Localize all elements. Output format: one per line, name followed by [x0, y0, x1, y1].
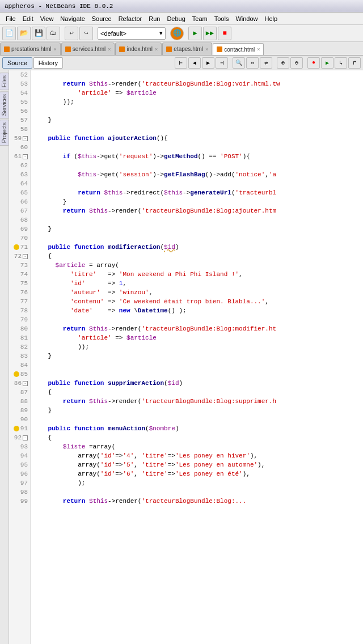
redo-button[interactable]: ↪ [79, 27, 93, 40]
stop-icon-btn[interactable]: ● [307, 57, 320, 69]
toggle-btn2[interactable]: ⇄ [260, 57, 272, 69]
fold-icon[interactable]: - [23, 254, 28, 259]
open-button[interactable]: 📂 [17, 27, 31, 40]
config-dropdown[interactable]: <default> ▾ [98, 27, 166, 40]
code-line: array('id'=>'5', 'titre'=>'Les poney en … [33, 460, 363, 469]
title-text: appheros - NetBeans IDE 8.0.2 [5, 3, 113, 10]
zoom-in-btn[interactable]: 🔍 [233, 57, 245, 69]
code-line [33, 415, 363, 424]
code-line: if ($this->get('request')->getMethod() =… [33, 152, 363, 161]
projects-panel-tab[interactable]: Projects [0, 120, 9, 146]
menu-item-window[interactable]: Window [232, 14, 261, 23]
code-content[interactable]: return $this->render('tracteurBlogBundle… [31, 70, 363, 644]
tab-close[interactable]: × [205, 46, 208, 52]
code-line [33, 215, 363, 224]
menu-item-team[interactable]: Team [189, 14, 211, 23]
code-line: return $this->render('tracteurBlogBundle… [33, 497, 363, 506]
code-line [33, 161, 363, 170]
line-numbers: 52 53 54 55 56 57 58 59- 60 61- 62 63 64… [9, 70, 31, 644]
source-button[interactable]: Source [2, 57, 32, 69]
tab-close[interactable]: × [257, 46, 260, 52]
code-line: 'article' => $article [33, 88, 363, 98]
menu-item-source[interactable]: Source [88, 14, 115, 23]
stop-button[interactable]: ■ [218, 27, 231, 40]
code-line: array('id'=>'4', 'titre'=>'Les poney en … [33, 451, 363, 460]
code-line: $this->get('session')->getFlashBag()->ad… [33, 170, 363, 179]
code-line [33, 488, 363, 497]
tab-label: prestations.html [11, 46, 52, 52]
files-panel-tab[interactable]: Files [0, 73, 9, 90]
code-line: array('id'=>'6', 'titre'=>'Les poney en … [33, 469, 363, 478]
tab-contact[interactable]: contact.html × [213, 43, 264, 56]
code-line [33, 234, 363, 243]
nav-next-btn[interactable]: ▶ [202, 57, 214, 69]
code-line: ); [33, 478, 363, 488]
code-line: } [33, 406, 363, 415]
save-button[interactable]: 💾 [32, 27, 45, 40]
code-line [33, 143, 363, 152]
code-line: $liste =array( [33, 442, 363, 451]
fold-icon[interactable]: - [23, 381, 28, 386]
tab-close[interactable]: × [108, 46, 111, 52]
history-button[interactable]: History [33, 57, 63, 69]
menu-item-help[interactable]: Help [261, 14, 281, 23]
code-line: } [33, 351, 363, 361]
code-line: return $this->redirect($this->generateUr… [33, 188, 363, 197]
save-all-button[interactable]: 🗂 [47, 27, 60, 40]
fold-icon[interactable]: - [23, 154, 28, 159]
toolbar: 📄 📂 💾 🗂 ↩ ↪ <default> ▾ 🌐 ▶ ▶▶ ■ [0, 25, 363, 42]
warning-icon [14, 244, 19, 250]
fold-icon[interactable]: - [23, 435, 28, 440]
toggle-btn[interactable]: ⇔ [246, 57, 259, 69]
tab-etapes[interactable]: etapes.html × [162, 43, 212, 55]
code-line: return $this->render('tracteurBlogBundle… [33, 397, 363, 406]
code-line: { [33, 252, 363, 261]
code-line [33, 370, 363, 379]
code-editor[interactable]: 52 53 54 55 56 57 58 59- 60 61- 62 63 64… [9, 70, 363, 644]
code-line [33, 125, 363, 134]
nav-prev-btn[interactable]: ◀ [188, 57, 201, 69]
mark-btn[interactable]: ⊕ [277, 57, 289, 69]
tab-prestations[interactable]: prestations.html × [0, 43, 61, 55]
new-button[interactable]: 📄 [2, 27, 16, 40]
tab-icon [4, 46, 10, 52]
code-line: 'date' => new \Datetime() ); [33, 306, 363, 315]
code-line: return $this->render('tracteurBlogBundle… [33, 324, 363, 333]
clear-btn[interactable]: ⊖ [290, 57, 303, 69]
tab-close[interactable]: × [155, 46, 158, 52]
debug-button[interactable]: ▶▶ [203, 27, 217, 40]
code-line [33, 107, 363, 116]
tab-index[interactable]: index.html × [115, 43, 162, 55]
step-btn[interactable]: ↳ [335, 57, 347, 69]
code-line: return $this->render('tracteurBlogBundle… [33, 206, 363, 215]
code-line [33, 361, 363, 370]
code-line: 'id' => 1, [33, 279, 363, 288]
menu-item-run[interactable]: Run [145, 14, 163, 23]
step-btn2[interactable]: ↱ [348, 57, 361, 69]
source-history-bar: Source History ⊢ ◀ ▶ ⊣ 🔍 ⇔ ⇄ ⊕ ⊖ ● ▶ ↳ ↱ [0, 56, 363, 70]
menu-item-edit[interactable]: Edit [19, 14, 37, 23]
services-panel-tab[interactable]: Services [0, 91, 9, 118]
menu-item-debug[interactable]: Debug [163, 14, 188, 23]
menu-bar: FileEditViewNavigateSourceRefactorRunDeb… [0, 12, 363, 25]
menu-item-navigate[interactable]: Navigate [57, 14, 88, 23]
run-icon-btn[interactable]: ▶ [321, 57, 334, 69]
code-line: public function modifierAction($id) [33, 243, 363, 252]
menu-item-refactor[interactable]: Refactor [115, 14, 146, 23]
menu-item-view[interactable]: View [37, 14, 57, 23]
browser-icon[interactable]: 🌐 [170, 27, 184, 40]
tab-close[interactable]: × [54, 46, 57, 52]
nav-last-btn[interactable]: ⊣ [216, 57, 228, 69]
undo-button[interactable]: ↩ [65, 27, 78, 40]
fold-icon[interactable]: - [23, 136, 28, 141]
run-button[interactable]: ▶ [188, 27, 202, 40]
tab-services[interactable]: services.html × [61, 43, 115, 55]
menu-item-tools[interactable]: Tools [211, 14, 233, 23]
dropdown-arrow: ▾ [159, 29, 163, 37]
tab-icon [166, 46, 172, 52]
code-line [33, 315, 363, 324]
nav-first-btn[interactable]: ⊢ [175, 57, 187, 69]
tab-label: contact.html [224, 46, 255, 53]
menu-item-file[interactable]: File [2, 14, 19, 23]
code-area: 52 53 54 55 56 57 58 59- 60 61- 62 63 64… [9, 70, 363, 644]
